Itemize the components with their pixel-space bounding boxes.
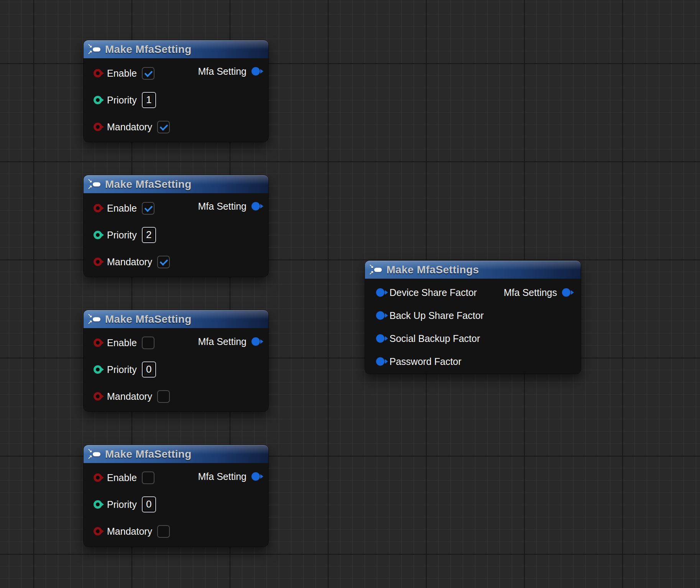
make-struct-icon: ↘ ↗ [87, 178, 101, 191]
struct-pill-icon [93, 47, 100, 51]
input-pin-priority[interactable] [94, 231, 102, 239]
node-header[interactable]: ↘ ↗ Make MfaSetting [84, 175, 268, 193]
make-struct-icon: ↘ ↗ [87, 448, 101, 461]
node-title: Make MfaSettings [386, 264, 479, 275]
input-pin-mandatory[interactable] [94, 258, 102, 266]
output-pin-mfa-setting[interactable] [251, 337, 260, 346]
input-pin-priority[interactable] [94, 365, 102, 374]
input-row-enable: Enable [94, 200, 154, 217]
arrow-in-top-icon: ↘ [87, 43, 92, 49]
input-row-mandatory: Mandatory [94, 388, 170, 405]
input-row-enable: Enable [94, 469, 154, 486]
output-row-mfa-setting: Mfa Setting [198, 468, 260, 485]
input-pin-priority[interactable] [94, 96, 102, 104]
output-row-mfa-setting: Mfa Setting [198, 198, 260, 215]
input-pin-priority[interactable] [94, 500, 102, 509]
arrow-in-bottom-icon: ↗ [87, 185, 92, 191]
struct-pill-icon [93, 452, 100, 456]
input-pin-enable[interactable] [94, 69, 102, 77]
output-pin-mfa-setting[interactable] [251, 67, 260, 76]
output-row-mfa-setting: Mfa Setting [198, 63, 260, 80]
input-pin-enable[interactable] [94, 338, 102, 347]
output-pin-mfa-setting[interactable] [251, 472, 260, 481]
input-label-social-backup-factor: Social Backup Factor [389, 333, 480, 344]
input-label-enable: Enable [107, 337, 137, 348]
input-label-mandatory: Mandatory [107, 391, 152, 402]
checkbox-enable[interactable] [142, 337, 154, 349]
node-header[interactable]: ↘ ↗ Make MfaSetting [84, 445, 268, 463]
input-label-priority: Priority [107, 229, 137, 241]
spinbox-priority[interactable]: 0 [142, 496, 156, 512]
output-pin-mfa-settings[interactable] [562, 288, 570, 297]
node-header[interactable]: ↘ ↗ Make MfaSetting [84, 310, 268, 328]
make-struct-icon: ↘ ↗ [87, 43, 101, 56]
node-layer: ↘ ↗ Make MfaSetting EnablePriority1Manda… [0, 0, 700, 588]
graph-canvas[interactable]: ↘ ↗ Make MfaSetting EnablePriority1Manda… [0, 0, 700, 588]
arrow-in-bottom-icon: ↗ [87, 50, 92, 56]
input-pin-social-backup-factor[interactable] [376, 334, 385, 343]
make-struct-icon: ↘ ↗ [369, 263, 383, 276]
spinbox-priority[interactable]: 2 [142, 227, 156, 243]
input-label-password-factor: Password Factor [389, 356, 462, 367]
output-label-mfa-settings: Mfa Settings [504, 287, 557, 298]
output-label-mfa-setting: Mfa Setting [198, 66, 246, 77]
checkbox-enable[interactable] [142, 67, 154, 80]
output-pin-mfa-setting[interactable] [251, 202, 260, 210]
input-label-back-up-share-factor: Back Up Share Factor [389, 310, 484, 321]
node-header[interactable]: ↘ ↗ Make MfaSettings [365, 261, 581, 279]
input-row-priority: Priority1 [94, 92, 156, 108]
input-row-enable: Enable [94, 65, 154, 82]
input-label-enable: Enable [107, 202, 137, 214]
input-label-priority: Priority [107, 94, 137, 106]
node-make-mfasetting-4[interactable]: ↘ ↗ Make MfaSetting EnablePriority0Manda… [84, 445, 268, 547]
input-label-device-share-factor: Device Share Factor [389, 287, 477, 298]
input-row-priority: Priority0 [94, 361, 156, 378]
input-row-priority: Priority0 [94, 496, 156, 513]
arrow-in-bottom-icon: ↗ [87, 455, 92, 460]
checkbox-enable[interactable] [142, 202, 154, 215]
node-title: Make MfaSetting [105, 179, 191, 190]
input-row-back-up-share-factor: Back Up Share Factor [376, 307, 484, 324]
input-pin-mandatory[interactable] [94, 392, 102, 401]
input-label-mandatory: Mandatory [107, 121, 152, 133]
arrow-in-bottom-icon: ↗ [87, 320, 92, 325]
input-pin-mandatory[interactable] [94, 527, 102, 535]
output-label-mfa-setting: Mfa Setting [198, 200, 246, 212]
node-make-mfasetting-2[interactable]: ↘ ↗ Make MfaSetting EnablePriority2Manda… [84, 175, 268, 277]
spinbox-priority[interactable]: 1 [142, 92, 156, 108]
input-pin-password-factor[interactable] [376, 357, 385, 366]
node-make-mfasetting-3[interactable]: ↘ ↗ Make MfaSetting EnablePriority0Manda… [84, 310, 268, 411]
node-make-mfasetting-1[interactable]: ↘ ↗ Make MfaSetting EnablePriority1Manda… [84, 40, 268, 142]
input-pin-enable[interactable] [94, 473, 102, 482]
input-row-mandatory: Mandatory [94, 523, 170, 540]
input-row-enable: Enable [94, 334, 154, 351]
checkbox-mandatory[interactable] [157, 525, 170, 538]
input-pin-mandatory[interactable] [94, 123, 102, 131]
arrow-in-top-icon: ↘ [369, 264, 374, 269]
struct-pill-icon [374, 268, 382, 272]
node-title: Make MfaSetting [105, 314, 191, 325]
spinbox-priority[interactable]: 0 [142, 361, 156, 378]
input-label-mandatory: Mandatory [107, 526, 152, 537]
input-row-device-share-factor: Device Share Factor [376, 284, 477, 301]
input-label-mandatory: Mandatory [107, 256, 152, 268]
input-pin-device-share-factor[interactable] [376, 288, 385, 297]
node-title: Make MfaSetting [105, 449, 191, 460]
node-header[interactable]: ↘ ↗ Make MfaSetting [84, 40, 268, 58]
checkbox-mandatory[interactable] [157, 256, 170, 268]
output-row-mfa-settings: Mfa Settings [504, 284, 570, 301]
arrow-in-top-icon: ↘ [87, 178, 92, 184]
checkbox-mandatory[interactable] [157, 390, 170, 403]
input-label-priority: Priority [107, 364, 137, 375]
input-pin-back-up-share-factor[interactable] [376, 311, 385, 320]
input-pin-enable[interactable] [94, 204, 102, 212]
input-row-priority: Priority2 [94, 227, 156, 243]
checkbox-mandatory[interactable] [157, 121, 170, 133]
input-row-mandatory: Mandatory [94, 253, 170, 270]
struct-pill-icon [93, 182, 100, 186]
checkbox-enable[interactable] [142, 471, 154, 484]
input-row-mandatory: Mandatory [94, 118, 170, 135]
input-label-enable: Enable [107, 67, 137, 79]
output-label-mfa-setting: Mfa Setting [198, 336, 246, 347]
node-make-mfasettings[interactable]: ↘ ↗ Make MfaSettings Device Share Factor… [365, 261, 581, 374]
